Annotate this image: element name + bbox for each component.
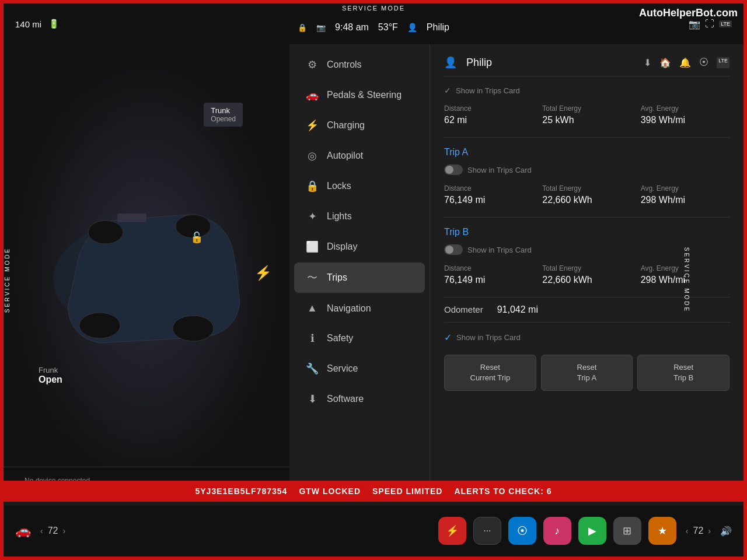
mileage-display: 140 mi [15, 19, 41, 29]
chevron-right-icon[interactable]: › [62, 526, 65, 536]
play-glyph: ▶ [588, 524, 596, 537]
controls-label: Controls [327, 60, 362, 70]
menu-item-display[interactable]: ⬜ Display [294, 232, 425, 261]
lights-icon: ✦ [306, 210, 319, 223]
grid-glyph: ⊞ [623, 524, 631, 537]
trip-a-toggle-row: Show in Trips Card [444, 164, 729, 175]
odometer-check-icon: ✓ [444, 332, 452, 343]
chevron-right-right-icon[interactable]: › [708, 526, 711, 536]
trip-a-toggle[interactable] [444, 164, 463, 175]
bluetooth-header-icon[interactable]: ⦿ [699, 57, 708, 68]
star-glyph: ★ [658, 524, 667, 537]
charging-indicator: ⚡ [254, 265, 272, 281]
autopilot-icon: ◎ [306, 149, 319, 162]
header-icons: ⬇ 🏠 🔔 ⦿ LTE [644, 57, 729, 68]
music-app-icon[interactable]: ♪ [543, 517, 571, 545]
menu-item-trips[interactable]: 〜 Trips [294, 262, 425, 293]
pedals-label: Pedals & Steering [327, 90, 402, 100]
divider-2 [444, 217, 729, 218]
reset-current-button[interactable]: Reset Current Trip [444, 355, 536, 391]
reset-trip-a-button[interactable]: Reset Trip A [541, 355, 633, 391]
grid-app-icon[interactable]: ⊞ [613, 517, 641, 545]
service-label: Service [327, 363, 358, 374]
locks-icon: 🔒 [306, 180, 319, 192]
menu-item-charging[interactable]: ⚡ Charging [294, 111, 425, 140]
star-app-icon[interactable]: ★ [648, 517, 676, 545]
menu-item-lights[interactable]: ✦ Lights [294, 202, 425, 231]
chevron-left-icon[interactable]: ‹ [40, 526, 43, 536]
time-display: 9:48 am [335, 22, 369, 33]
trips-label: Trips [327, 272, 347, 283]
divider-1 [444, 137, 729, 138]
bluetooth-app-icon[interactable]: ⦿ [508, 517, 536, 545]
temp-right-value: 72 [693, 526, 704, 536]
temp-left-group: ‹ 72 › [40, 526, 65, 536]
current-distance: Distance 62 mi [444, 104, 533, 125]
lock-icon-small: 🔒 [298, 23, 307, 32]
alert-bar: 5YJ3E1EB5LF787354 GTW LOCKED SPEED LIMIT… [4, 481, 743, 502]
menu-item-controls[interactable]: ⚙ Controls [294, 50, 425, 79]
play-app-icon[interactable]: ▶ [578, 517, 606, 545]
volume-control[interactable]: 🔊 [720, 526, 732, 537]
taskbar: 🚗 ‹ 72 › ⚡ ··· ⦿ ♪ ▶ ⊞ ★ ‹ 72 › 🔊 [4, 505, 743, 556]
lights-label: Lights [327, 211, 352, 222]
gtw-status: GTW LOCKED [299, 487, 361, 496]
vin-display: 5YJ3E1EB5LF787354 [196, 487, 288, 496]
service-side-right: SERVICE MODE [683, 247, 689, 313]
temp-right-group: ‹ 72 › [686, 526, 711, 536]
svg-point-3 [88, 220, 123, 244]
user-icon: 👤 [407, 23, 417, 32]
odometer-show-label: Show in Trips Card [456, 333, 521, 342]
camera-icon-small: 📷 [316, 23, 326, 32]
dots-app-icon[interactable]: ··· [473, 517, 501, 545]
trip-a-header: Trip A [444, 147, 729, 158]
car-panel: Trunk Opened ⚡ [4, 44, 289, 502]
current-show-trips-row: ✓ Show in Trips Card [444, 86, 729, 95]
car-visual: Trunk Opened ⚡ [4, 44, 289, 502]
bell-icon[interactable]: 🔔 [679, 57, 691, 68]
trip-a-distance: Distance 76,149 mi [444, 184, 533, 205]
menu-item-pedals[interactable]: 🚗 Pedals & Steering [294, 80, 425, 110]
safety-label: Safety [327, 333, 353, 344]
home-icon[interactable]: 🏠 [659, 57, 671, 68]
bluetooth-app-icon-glyph: ⦿ [517, 525, 528, 537]
current-total-energy: Total Energy 25 kWh [542, 104, 631, 125]
lte-header-badge: LTE [717, 57, 729, 68]
reset-trip-b-button[interactable]: Reset Trip B [637, 355, 729, 391]
chevron-left-right-icon[interactable]: ‹ [686, 526, 689, 536]
svg-point-6 [173, 316, 214, 341]
temp-display: 53°F [378, 22, 398, 33]
menu-item-locks[interactable]: 🔒 Locks [294, 172, 425, 201]
menu-item-service[interactable]: 🔧 Service [294, 354, 425, 383]
controls-icon: ⚙ [306, 58, 319, 71]
current-show-label: Show in Trips Card [456, 86, 520, 95]
service-mode-top-label: SERVICE MODE [337, 4, 410, 13]
car-icon-taskbar[interactable]: 🚗 [15, 523, 31, 538]
menu-item-software[interactable]: ⬇ Software [294, 384, 425, 414]
trip-b-header: Trip B [444, 227, 729, 237]
reset-buttons-group: Reset Current Trip Reset Trip A Reset Tr… [444, 355, 729, 391]
svg-text:🔓: 🔓 [190, 231, 204, 244]
autopilot-label: Autopilot [327, 150, 363, 161]
display-label: Display [327, 242, 357, 252]
locks-label: Locks [327, 181, 351, 191]
trip-b-show-label: Show in Trips Card [467, 246, 532, 254]
menu-panel: ⚙ Controls 🚗 Pedals & Steering ⚡ Chargin… [289, 44, 430, 502]
main-content: Trunk Opened ⚡ [4, 44, 743, 502]
music-app-glyph: ♪ [554, 525, 560, 537]
software-icon: ⬇ [306, 393, 319, 405]
download-icon[interactable]: ⬇ [644, 57, 651, 68]
tesla-app-icon[interactable]: ⚡ [438, 517, 466, 545]
trip-b-toggle[interactable] [444, 244, 463, 255]
svg-rect-8 [117, 214, 146, 222]
menu-item-autopilot[interactable]: ◎ Autopilot [294, 141, 425, 170]
trip-a-show-label: Show in Trips Card [467, 166, 532, 174]
fullscreen-icon[interactable]: ⛶ [705, 19, 714, 29]
camera-icon-top[interactable]: 📷 [689, 19, 700, 30]
top-bar-left: 140 mi 🔋 [15, 19, 60, 29]
menu-item-navigation[interactable]: ▲ Navigation [294, 294, 425, 323]
navigation-label: Navigation [327, 303, 371, 314]
menu-item-safety[interactable]: ℹ Safety [294, 324, 425, 353]
trip-b-distance: Distance 76,149 mi [444, 264, 533, 285]
trunk-status-label: Trunk Opened [204, 103, 243, 127]
